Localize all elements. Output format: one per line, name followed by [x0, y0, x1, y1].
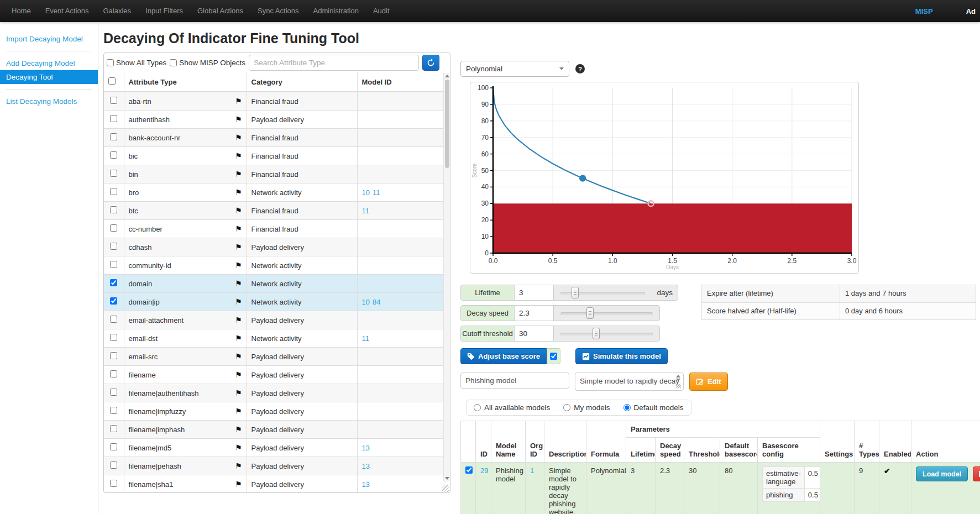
panel-resize-grip[interactable]	[442, 485, 449, 492]
flag-icon[interactable]: ⚑	[235, 462, 242, 470]
attribute-row-checkbox[interactable]	[110, 316, 117, 323]
vertical-scrollbar[interactable]	[443, 73, 450, 481]
model-id-link[interactable]: 11	[362, 207, 370, 215]
attribute-row-checkbox[interactable]	[110, 279, 117, 286]
attribute-row-checkbox[interactable]	[110, 188, 117, 195]
attribute-row[interactable]: ⚑cc-numberFinancial fraud	[104, 220, 444, 238]
radio-default-models[interactable]: Default models	[623, 403, 684, 412]
attribute-row-checkbox[interactable]	[110, 151, 117, 159]
attribute-row-checkbox[interactable]	[110, 224, 117, 232]
flag-icon[interactable]: ⚑	[235, 188, 242, 197]
model-row-checkbox[interactable]	[465, 466, 473, 474]
attribute-row[interactable]: ⚑email-dstNetwork activity11	[104, 329, 444, 348]
model-id-link[interactable]: 11	[373, 188, 380, 197]
flag-icon[interactable]: ⚑	[235, 225, 242, 233]
attribute-row-checkbox[interactable]	[110, 206, 117, 213]
attribute-row[interactable]: ⚑binFinancial fraud	[104, 165, 444, 183]
flag-icon[interactable]: ⚑	[235, 170, 242, 179]
attribute-row-checkbox[interactable]	[110, 425, 117, 432]
adjust-base-score-checkbox[interactable]	[550, 353, 557, 360]
attribute-row-checkbox[interactable]	[110, 389, 117, 396]
select-all-header-cell[interactable]	[104, 72, 124, 92]
nav-item[interactable]: Sync Actions	[250, 0, 306, 22]
model-id-link[interactable]: 84	[373, 298, 380, 306]
all-available-models-radio[interactable]	[474, 404, 481, 411]
show-all-types-option[interactable]: Show All Types	[107, 59, 166, 67]
flag-icon[interactable]: ⚑	[235, 353, 242, 361]
nav-item[interactable]: Administration	[306, 0, 366, 22]
select-all-checkbox[interactable]	[108, 77, 116, 85]
cutoff-threshold-input[interactable]	[515, 326, 554, 341]
model-select-cell[interactable]	[461, 463, 476, 514]
edit-model-button[interactable]: Edit	[689, 373, 728, 391]
slider-track[interactable]	[560, 312, 653, 315]
attribute-row-checkbox[interactable]	[110, 261, 117, 268]
attribute-row-checkbox[interactable]	[110, 170, 117, 177]
show-misp-objects-option[interactable]: Show MISP Objects	[170, 59, 245, 67]
attribute-row[interactable]: ⚑domain|ipNetwork activity1084	[104, 293, 444, 311]
attribute-row-checkbox[interactable]	[110, 133, 117, 140]
simulate-model-button[interactable]: Simulate this model	[575, 348, 668, 364]
load-model-button[interactable]: Load model	[916, 466, 968, 481]
model-row[interactable]: 29 Phishing model 1 Simple model to rapi…	[461, 463, 980, 514]
flag-icon[interactable]: ⚑	[235, 280, 242, 288]
attribute-row[interactable]: ⚑email-srcPayload delivery	[104, 348, 444, 366]
spinner-down-icon[interactable]	[676, 379, 680, 381]
attribute-row-checkbox[interactable]	[110, 97, 117, 104]
scrollbar-thumb[interactable]	[445, 80, 449, 168]
decay-speed-slider[interactable]	[560, 306, 653, 321]
flag-icon[interactable]: ⚑	[235, 116, 242, 124]
cutoff-threshold-slider[interactable]	[560, 326, 653, 341]
flag-icon[interactable]: ⚑	[235, 207, 242, 215]
flag-icon[interactable]: ⚑	[235, 426, 242, 434]
nav-item[interactable]: Global Actions	[190, 0, 250, 22]
disable-model-button[interactable]	[973, 466, 980, 481]
attribute-row-checkbox[interactable]	[110, 461, 117, 469]
attribute-row[interactable]: ⚑community-idNetwork activity	[104, 256, 444, 275]
model-id-link[interactable]: 11	[362, 334, 370, 343]
attribute-row[interactable]: ⚑domainNetwork activity	[104, 275, 444, 293]
attribute-row[interactable]: ⚑authentihashPayload delivery	[104, 111, 444, 129]
slider-track[interactable]	[560, 333, 653, 335]
adjust-base-score-toggle[interactable]	[547, 348, 560, 364]
flag-icon[interactable]: ⚑	[235, 134, 242, 142]
attribute-row[interactable]: ⚑btcFinancial fraud11	[104, 202, 444, 220]
sidebar-item-decaying-tool[interactable]: Decaying Tool	[0, 70, 98, 84]
slider-handle[interactable]	[572, 287, 579, 298]
sidebar-item-add-decaying-model[interactable]: Add Decaying Model	[0, 56, 98, 70]
model-id-link[interactable]: 10	[362, 188, 370, 197]
lifetime-slider[interactable]	[560, 285, 645, 300]
flag-icon[interactable]: ⚑	[235, 152, 242, 160]
model-id-link[interactable]: 10	[362, 298, 370, 306]
attribute-row-checkbox[interactable]	[110, 115, 117, 122]
attribute-row[interactable]: ⚑filename|sha1Payload delivery13	[104, 475, 444, 494]
adjust-base-score-button[interactable]: Adjust base score	[460, 348, 547, 364]
reset-search-button[interactable]	[422, 55, 439, 71]
model-description-textarea[interactable]: Simple model to rapidly decay	[575, 373, 684, 391]
nav-item[interactable]: Input Filters	[138, 0, 190, 22]
attribute-row[interactable]: ⚑aba-rtnFinancial fraud	[104, 92, 444, 111]
help-icon[interactable]: ?	[575, 64, 585, 74]
decay-speed-input[interactable]	[515, 306, 554, 321]
flag-icon[interactable]: ⚑	[235, 243, 242, 251]
org-id-link[interactable]: 1	[530, 466, 534, 475]
my-models-radio[interactable]	[563, 404, 570, 411]
attribute-row-checkbox[interactable]	[110, 352, 117, 359]
flag-icon[interactable]: ⚑	[235, 371, 242, 379]
attribute-row-checkbox[interactable]	[110, 297, 117, 305]
attribute-row[interactable]: ⚑email-attachmentPayload delivery	[104, 311, 444, 329]
nav-item[interactable]: Home	[4, 0, 38, 22]
flag-icon[interactable]: ⚑	[235, 316, 242, 324]
attribute-row-checkbox[interactable]	[110, 480, 117, 487]
flag-icon[interactable]: ⚑	[235, 298, 242, 306]
show-all-types-checkbox[interactable]	[107, 59, 114, 66]
flag-icon[interactable]: ⚑	[235, 97, 242, 106]
nav-item[interactable]: Galaxies	[96, 0, 138, 22]
scroll-down-arrow-icon[interactable]	[445, 477, 449, 480]
sidebar-item-list-decaying-models[interactable]: List Decaying Models	[0, 95, 98, 108]
slider-handle[interactable]	[593, 328, 600, 339]
decay-chart[interactable]: 01020304050607080901000.00.51.01.52.02.5…	[470, 82, 858, 273]
attribute-row-checkbox[interactable]	[110, 407, 117, 414]
spinner-up-icon[interactable]	[676, 375, 680, 377]
attribute-row[interactable]: ⚑broNetwork activity1011	[104, 183, 444, 202]
